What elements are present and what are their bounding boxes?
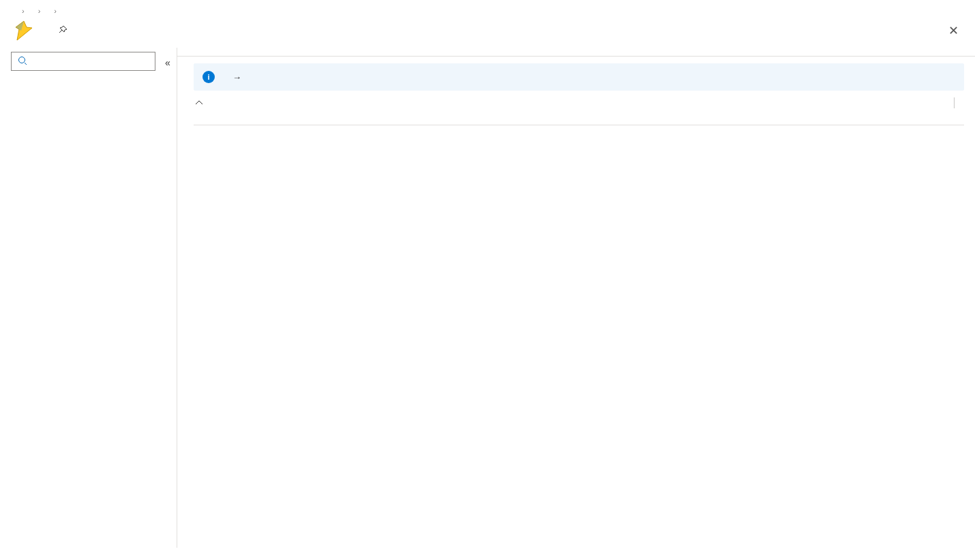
chevron-down-icon[interactable] [194, 97, 205, 108]
sidebar: « [0, 48, 177, 548]
info-banner[interactable]: i → [194, 63, 964, 91]
arrow-right-icon: → [232, 72, 241, 82]
info-icon: i [202, 71, 215, 83]
search-box[interactable] [11, 52, 155, 71]
search-input[interactable] [32, 56, 149, 67]
toolbar [177, 48, 975, 57]
function-app-icon [12, 19, 35, 42]
essentials [194, 97, 964, 125]
breadcrumb [0, 0, 975, 18]
pin-page-icon[interactable] [57, 25, 68, 37]
title-row: ✕ [0, 18, 975, 48]
close-icon[interactable]: ✕ [944, 19, 963, 42]
collapse-sidebar-icon[interactable]: « [165, 57, 170, 68]
search-icon [17, 55, 28, 68]
main: i → [177, 48, 975, 548]
